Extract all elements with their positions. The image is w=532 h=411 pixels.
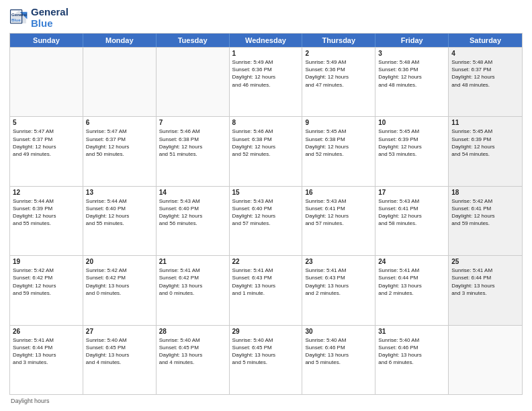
calendar-cell: 4Sunrise: 5:48 AM Sunset: 6:37 PM Daylig… xyxy=(449,48,522,116)
logo: General Blue General Blue xyxy=(9,7,69,29)
calendar-cell: 18Sunrise: 5:42 AM Sunset: 6:41 PM Dayli… xyxy=(449,187,522,255)
day-number: 17 xyxy=(378,189,445,196)
day-info: Sunrise: 5:45 AM Sunset: 6:38 PM Dayligh… xyxy=(305,128,372,158)
calendar-cell: 29Sunrise: 5:40 AM Sunset: 6:45 PM Dayli… xyxy=(230,326,303,394)
calendar-cell: 5Sunrise: 5:47 AM Sunset: 6:37 PM Daylig… xyxy=(10,117,83,185)
day-number: 26 xyxy=(13,328,80,335)
day-of-week-header: Wednesday xyxy=(230,34,303,47)
day-info: Sunrise: 5:44 AM Sunset: 6:40 PM Dayligh… xyxy=(86,197,153,228)
calendar-cell: 24Sunrise: 5:41 AM Sunset: 6:44 PM Dayli… xyxy=(375,256,449,324)
day-number: 28 xyxy=(159,328,226,335)
calendar-cell: 22Sunrise: 5:41 AM Sunset: 6:43 PM Dayli… xyxy=(230,256,303,324)
day-of-week-header: Saturday xyxy=(449,34,522,47)
calendar-cell: 2Sunrise: 5:49 AM Sunset: 6:36 PM Daylig… xyxy=(302,48,375,116)
day-number: 30 xyxy=(305,328,372,335)
day-info: Sunrise: 5:40 AM Sunset: 6:45 PM Dayligh… xyxy=(86,336,153,367)
day-number: 22 xyxy=(232,258,300,265)
calendar-cell xyxy=(449,326,522,394)
calendar-cell: 3Sunrise: 5:48 AM Sunset: 6:36 PM Daylig… xyxy=(375,48,449,116)
day-number: 31 xyxy=(378,328,445,335)
calendar-cell xyxy=(10,48,83,116)
day-info: Sunrise: 5:47 AM Sunset: 6:37 PM Dayligh… xyxy=(86,128,153,158)
day-number: 16 xyxy=(305,189,372,196)
day-number: 23 xyxy=(305,258,372,265)
calendar-cell: 30Sunrise: 5:40 AM Sunset: 6:46 PM Dayli… xyxy=(302,326,375,394)
day-number: 12 xyxy=(13,189,80,196)
calendar-cell: 20Sunrise: 5:42 AM Sunset: 6:42 PM Dayli… xyxy=(83,256,157,324)
day-number: 1 xyxy=(232,50,300,57)
page: General Blue General Blue SundayMondayTu… xyxy=(0,0,532,411)
day-info: Sunrise: 5:40 AM Sunset: 6:45 PM Dayligh… xyxy=(159,336,226,367)
day-info: Sunrise: 5:48 AM Sunset: 6:36 PM Dayligh… xyxy=(378,58,445,89)
calendar-row: 19Sunrise: 5:42 AM Sunset: 6:42 PM Dayli… xyxy=(10,255,522,324)
calendar-cell: 23Sunrise: 5:41 AM Sunset: 6:43 PM Dayli… xyxy=(302,256,375,324)
day-number: 21 xyxy=(159,258,226,265)
day-number: 18 xyxy=(451,189,519,196)
day-number: 20 xyxy=(86,258,153,265)
day-info: Sunrise: 5:40 AM Sunset: 6:46 PM Dayligh… xyxy=(305,336,372,367)
calendar: SundayMondayTuesdayWednesdayThursdayFrid… xyxy=(9,33,523,395)
calendar-row: 1Sunrise: 5:49 AM Sunset: 6:36 PM Daylig… xyxy=(10,47,522,116)
day-info: Sunrise: 5:42 AM Sunset: 6:42 PM Dayligh… xyxy=(13,267,80,297)
calendar-cell: 15Sunrise: 5:43 AM Sunset: 6:40 PM Dayli… xyxy=(230,187,303,255)
calendar-cell: 17Sunrise: 5:43 AM Sunset: 6:41 PM Dayli… xyxy=(375,187,449,255)
day-number: 10 xyxy=(378,119,445,126)
calendar-row: 5Sunrise: 5:47 AM Sunset: 6:37 PM Daylig… xyxy=(10,116,522,185)
day-info: Sunrise: 5:48 AM Sunset: 6:37 PM Dayligh… xyxy=(451,58,519,89)
day-info: Sunrise: 5:42 AM Sunset: 6:42 PM Dayligh… xyxy=(86,267,153,297)
calendar-cell: 6Sunrise: 5:47 AM Sunset: 6:37 PM Daylig… xyxy=(83,117,157,185)
day-number: 2 xyxy=(305,50,372,57)
day-info: Sunrise: 5:45 AM Sunset: 6:39 PM Dayligh… xyxy=(451,128,519,158)
day-info: Sunrise: 5:46 AM Sunset: 6:38 PM Dayligh… xyxy=(232,128,300,158)
calendar-header: SundayMondayTuesdayWednesdayThursdayFrid… xyxy=(10,34,522,47)
day-number: 13 xyxy=(86,189,153,196)
logo-icon: General Blue xyxy=(9,9,28,28)
calendar-cell: 13Sunrise: 5:44 AM Sunset: 6:40 PM Dayli… xyxy=(83,187,157,255)
day-info: Sunrise: 5:45 AM Sunset: 6:39 PM Dayligh… xyxy=(378,128,445,158)
day-info: Sunrise: 5:43 AM Sunset: 6:41 PM Dayligh… xyxy=(305,197,372,228)
day-of-week-header: Tuesday xyxy=(157,34,230,47)
day-info: Sunrise: 5:41 AM Sunset: 6:44 PM Dayligh… xyxy=(451,267,519,297)
day-info: Sunrise: 5:41 AM Sunset: 6:44 PM Dayligh… xyxy=(13,336,80,367)
day-info: Sunrise: 5:41 AM Sunset: 6:44 PM Dayligh… xyxy=(378,267,445,297)
calendar-cell xyxy=(157,48,230,116)
day-info: Sunrise: 5:41 AM Sunset: 6:43 PM Dayligh… xyxy=(305,267,372,297)
calendar-cell: 26Sunrise: 5:41 AM Sunset: 6:44 PM Dayli… xyxy=(10,326,83,394)
day-info: Sunrise: 5:40 AM Sunset: 6:46 PM Dayligh… xyxy=(378,336,445,367)
day-number: 5 xyxy=(13,119,80,126)
day-info: Sunrise: 5:40 AM Sunset: 6:45 PM Dayligh… xyxy=(232,336,300,367)
day-number: 24 xyxy=(378,258,445,265)
day-number: 14 xyxy=(159,189,226,196)
day-info: Sunrise: 5:42 AM Sunset: 6:41 PM Dayligh… xyxy=(451,197,519,228)
day-info: Sunrise: 5:41 AM Sunset: 6:42 PM Dayligh… xyxy=(159,267,226,297)
header: General Blue General Blue xyxy=(9,7,523,29)
calendar-cell: 14Sunrise: 5:43 AM Sunset: 6:40 PM Dayli… xyxy=(157,187,230,255)
calendar-cell xyxy=(83,48,157,116)
day-number: 25 xyxy=(451,258,519,265)
day-info: Sunrise: 5:49 AM Sunset: 6:36 PM Dayligh… xyxy=(305,58,372,89)
svg-text:Blue: Blue xyxy=(11,17,21,21)
calendar-cell: 10Sunrise: 5:45 AM Sunset: 6:39 PM Dayli… xyxy=(375,117,449,185)
footer: Daylight hours xyxy=(9,398,523,404)
calendar-cell: 12Sunrise: 5:44 AM Sunset: 6:39 PM Dayli… xyxy=(10,187,83,255)
day-of-week-header: Monday xyxy=(83,34,157,47)
calendar-cell: 8Sunrise: 5:46 AM Sunset: 6:38 PM Daylig… xyxy=(230,117,303,185)
day-number: 9 xyxy=(305,119,372,126)
day-number: 6 xyxy=(86,119,153,126)
calendar-cell: 25Sunrise: 5:41 AM Sunset: 6:44 PM Dayli… xyxy=(449,256,522,324)
day-number: 19 xyxy=(13,258,80,265)
day-number: 29 xyxy=(232,328,300,335)
day-number: 27 xyxy=(86,328,153,335)
day-number: 8 xyxy=(232,119,300,126)
calendar-cell: 7Sunrise: 5:46 AM Sunset: 6:38 PM Daylig… xyxy=(157,117,230,185)
calendar-row: 12Sunrise: 5:44 AM Sunset: 6:39 PM Dayli… xyxy=(10,186,522,255)
day-info: Sunrise: 5:46 AM Sunset: 6:38 PM Dayligh… xyxy=(159,128,226,158)
calendar-cell: 16Sunrise: 5:43 AM Sunset: 6:41 PM Dayli… xyxy=(302,187,375,255)
calendar-cell: 31Sunrise: 5:40 AM Sunset: 6:46 PM Dayli… xyxy=(375,326,449,394)
calendar-cell: 1Sunrise: 5:49 AM Sunset: 6:36 PM Daylig… xyxy=(230,48,303,116)
calendar-body: 1Sunrise: 5:49 AM Sunset: 6:36 PM Daylig… xyxy=(10,47,522,394)
calendar-cell: 27Sunrise: 5:40 AM Sunset: 6:45 PM Dayli… xyxy=(83,326,157,394)
day-of-week-header: Thursday xyxy=(302,34,375,47)
calendar-cell: 19Sunrise: 5:42 AM Sunset: 6:42 PM Dayli… xyxy=(10,256,83,324)
day-info: Sunrise: 5:47 AM Sunset: 6:37 PM Dayligh… xyxy=(13,128,80,158)
